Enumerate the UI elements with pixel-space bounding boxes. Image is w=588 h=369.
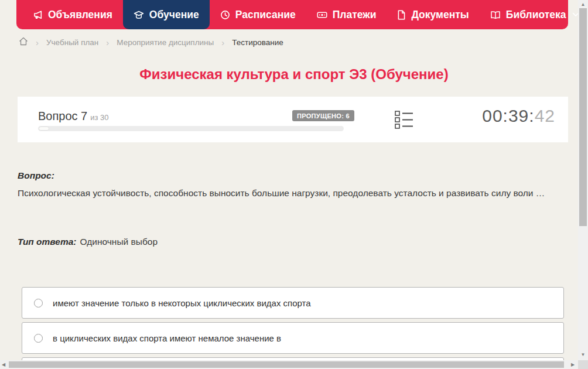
question-number-label: Вопрос 7	[38, 110, 87, 122]
main-navbar: Объявления Обучение Расписание Платежи Д…	[16, 0, 568, 29]
answer-option-label: в циклических видах спорта имеют немалое…	[53, 333, 281, 343]
answer-option-2[interactable]: в циклических видах спорта имеют немалое…	[22, 322, 564, 354]
timer-minutes: 00:39:	[482, 106, 534, 125]
timer: 00:39:42	[482, 106, 555, 126]
question-text: Психологическая устойчивость, способност…	[18, 186, 553, 201]
answer-type-label: Тип ответа:	[18, 237, 77, 247]
horizontal-scrollbar[interactable]: ◀ ▶	[0, 360, 578, 369]
horizontal-scrollbar-thumb[interactable]	[9, 361, 564, 368]
chevron-right-icon: ›	[36, 38, 39, 47]
graduation-cap-icon	[134, 10, 144, 20]
vertical-scrollbar[interactable]: ▲ ▼	[578, 0, 588, 360]
question-total-label: из 30	[90, 113, 108, 122]
scroll-down-arrow-icon[interactable]: ▼	[578, 352, 588, 357]
chevron-right-icon: ›	[221, 38, 224, 47]
open-book-icon	[490, 10, 501, 20]
skipped-badge: ПРОПУЩЕНО: 6	[292, 110, 354, 121]
nav-item-announcements[interactable]: Объявления	[22, 0, 123, 29]
answer-option-label: имеют значение только в некоторых циклич…	[53, 298, 311, 308]
nav-item-label: Расписание	[235, 9, 296, 21]
radio-button[interactable]	[34, 334, 43, 343]
question-block: Вопрос: Психологическая устойчивость, сп…	[18, 170, 553, 201]
breadcrumb: › Учебный план › Мероприятие дисциплины …	[19, 37, 283, 47]
breadcrumb-link-curriculum[interactable]: Учебный план	[46, 38, 98, 47]
clock-icon	[220, 10, 230, 20]
nav-item-label: Объявления	[48, 9, 112, 21]
nav-item-label: Платежи	[333, 9, 377, 21]
nav-item-documents[interactable]: Документы	[387, 0, 479, 29]
question-number: Вопрос 7из 30	[38, 110, 109, 123]
nav-item-label: Обучение	[149, 9, 199, 21]
answer-type-row: Тип ответа:Одиночный выбор	[18, 237, 158, 247]
banknote-icon	[317, 10, 327, 20]
vertical-scrollbar-thumb[interactable]	[579, 8, 587, 226]
nav-item-learning[interactable]: Обучение	[123, 0, 210, 29]
nav-item-schedule[interactable]: Расписание	[210, 0, 306, 29]
nav-item-payments[interactable]: Платежи	[306, 0, 387, 29]
page-title: Физическая культура и спорт Э3 (Обучение…	[0, 66, 588, 83]
breadcrumb-link-discipline-event[interactable]: Мероприятие дисциплины	[117, 38, 214, 47]
megaphone-icon	[33, 10, 43, 20]
radio-button[interactable]	[34, 299, 43, 308]
question-progress-fill	[39, 127, 49, 131]
chevron-right-icon: ›	[106, 38, 109, 47]
nav-item-label: Библиотека	[506, 9, 566, 21]
question-header-card: Вопрос 7из 30 ПРОПУЩЕНО: 6 00:39:42	[18, 97, 568, 142]
answer-options: имеют значение только в некоторых циклич…	[22, 287, 564, 369]
scroll-up-arrow-icon[interactable]: ▲	[578, 2, 588, 7]
question-progress-bar	[38, 126, 344, 131]
nav-item-label: Документы	[411, 9, 469, 21]
answer-type-value: Одиночный выбор	[80, 237, 158, 247]
breadcrumb-current-testing: Тестирование	[232, 38, 283, 47]
scroll-left-arrow-icon[interactable]: ◀	[2, 360, 5, 369]
question-label: Вопрос:	[18, 170, 553, 181]
nav-item-library[interactable]: Библиотека	[480, 0, 588, 29]
scroll-right-arrow-icon[interactable]: ▶	[571, 360, 575, 369]
home-icon[interactable]	[19, 37, 28, 47]
document-icon	[397, 10, 406, 20]
answer-option-1[interactable]: имеют значение только в некоторых циклич…	[22, 287, 564, 319]
test-page: Объявления Обучение Расписание Платежи Д…	[0, 0, 588, 369]
question-list-button[interactable]	[395, 110, 413, 130]
scrollbar-corner	[578, 360, 588, 369]
timer-seconds: 42	[535, 106, 555, 125]
